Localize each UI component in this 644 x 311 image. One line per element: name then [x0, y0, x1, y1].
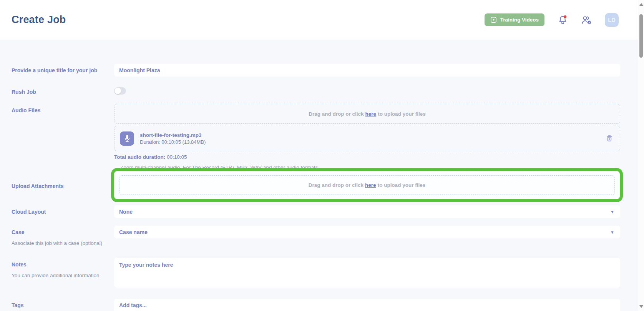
dropzone-text-suffix: to upload your files [378, 182, 426, 188]
job-title-input[interactable] [119, 67, 615, 73]
tags-field-wrap [114, 299, 620, 311]
rush-job-toggle[interactable] [114, 87, 126, 95]
audio-files-row: Audio Files Drag and drop or clickhereto… [12, 104, 620, 170]
create-job-page: Create Job Training Videos [0, 0, 644, 311]
cloud-layout-value: None [119, 209, 133, 215]
case-row: Case Associate this job with a case (opt… [12, 226, 620, 246]
dropzone-text: Drag and drop or clickhereto upload your… [309, 182, 425, 188]
tags-label: Tags [12, 299, 108, 308]
case-placeholder: Case name [119, 229, 148, 235]
total-audio-duration: Total audio duration: 00:10:05 [114, 154, 620, 160]
header: Create Job Training Videos [0, 0, 638, 40]
case-hint: Associate this job with a case (optional… [12, 240, 108, 246]
cloud-layout-label: Cloud Layout [12, 205, 108, 215]
scrollbar-thumb[interactable] [639, 14, 643, 58]
file-duration: Duration: 00:10:05 (13.84MB) [140, 139, 206, 145]
audio-files-label: Audio Files [12, 104, 108, 113]
cloud-layout-row: Cloud Layout None ▼ [12, 205, 620, 218]
notes-textarea[interactable] [114, 258, 620, 288]
case-label-cell: Case Associate this job with a case (opt… [12, 226, 108, 246]
case-select[interactable]: Case name ▼ [114, 226, 620, 238]
dropzone-text-prefix: Drag and drop or click [309, 111, 363, 117]
scroll-up-arrow-icon[interactable] [639, 3, 643, 6]
training-videos-button[interactable]: Training Videos [485, 13, 544, 26]
total-duration-value: 00:10:05 [167, 154, 187, 160]
user-avatar[interactable]: LD [605, 13, 619, 27]
training-videos-label: Training Videos [500, 17, 539, 23]
dropzone-text-suffix: to upload your files [378, 111, 426, 117]
upload-attachments-label: Upload Attachments [12, 168, 108, 189]
toggle-knob [115, 88, 121, 94]
notes-label: Notes [12, 258, 108, 268]
notes-row: Notes You can provide additional informa… [12, 258, 620, 288]
dropzone-here-link[interactable]: here [365, 182, 376, 188]
play-video-icon [490, 17, 497, 23]
user-management-icon[interactable] [581, 15, 592, 25]
notifications-bell-icon[interactable] [558, 15, 568, 25]
rush-job-label: Rush Job [12, 85, 108, 95]
file-info: short-file-for-testing.mp3 Duration: 00:… [140, 132, 206, 145]
file-name: short-file-for-testing.mp3 [140, 132, 206, 138]
total-duration-label: Total audio duration: [114, 154, 165, 160]
upload-attachments-row: Upload Attachments Drag and drop or clic… [12, 168, 620, 202]
attachments-dropzone[interactable]: Drag and drop or clickhereto upload your… [119, 175, 615, 195]
page-title: Create Job [12, 14, 66, 26]
notes-hint: You can provide additional information [12, 273, 108, 278]
tags-row: Tags [12, 299, 620, 311]
dropzone-here-link[interactable]: here [365, 111, 377, 117]
delete-file-button[interactable] [605, 134, 614, 143]
upload-attachments-highlight-annotation: Drag and drop or clickhereto upload your… [111, 168, 623, 202]
create-job-form: Provide a unique title for your job Rush… [0, 40, 638, 311]
dropzone-text-prefix: Drag and drop or click [309, 182, 363, 188]
job-title-label: Provide a unique title for your job [12, 64, 108, 73]
uploaded-file-row: short-file-for-testing.mp3 Duration: 00:… [114, 126, 620, 151]
audio-files-dropzone[interactable]: Drag and drop or clickhereto upload your… [114, 104, 620, 124]
header-actions: Training Videos LD [485, 13, 619, 27]
notes-label-cell: Notes You can provide additional informa… [12, 258, 108, 278]
job-title-row: Provide a unique title for your job [12, 64, 620, 77]
chevron-down-icon: ▼ [610, 230, 614, 234]
microphone-icon [120, 131, 134, 146]
rush-job-row: Rush Job [12, 85, 620, 95]
dropzone-text: Drag and drop or clickhereto upload your… [309, 111, 425, 117]
tags-input[interactable] [119, 302, 615, 308]
cloud-layout-select[interactable]: None ▼ [114, 205, 620, 218]
audio-files-field: Drag and drop or clickhereto upload your… [114, 104, 620, 170]
case-label: Case [12, 226, 108, 235]
vertical-scrollbar[interactable] [638, 0, 644, 311]
scroll-down-arrow-icon[interactable] [639, 305, 643, 308]
job-title-field-wrap [114, 64, 620, 77]
chevron-down-icon: ▼ [610, 210, 614, 214]
